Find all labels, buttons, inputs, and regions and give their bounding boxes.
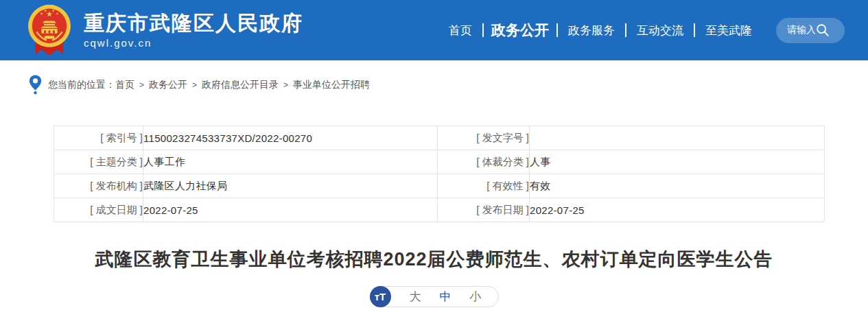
meta-label-publish-date: [ 发布日期 ] (438, 198, 530, 222)
meta-label-index-no: [ 索引号 ] (54, 126, 143, 150)
nav-separator (625, 23, 626, 37)
nav-item-beautiful-wulong[interactable]: 至美武隆 (695, 23, 762, 38)
meta-label-doc-no: [ 发文字号 ] (438, 126, 530, 150)
breadcrumb-item-home[interactable]: 首页 (115, 79, 134, 91)
meta-value-written-date: 2022-07-25 (143, 198, 438, 222)
location-pin-icon (29, 75, 42, 95)
search-placeholder: 请输入 (787, 24, 815, 36)
site-title: 重庆市武隆区人民政府 (84, 12, 303, 36)
nav-item-interaction[interactable]: 互动交流 (626, 23, 694, 38)
meta-value-genre-category: 人事 (530, 150, 825, 174)
meta-label-genre-category: [ 体裁分类 ] (438, 150, 530, 174)
nav-item-home[interactable]: 首页 (438, 23, 482, 38)
breadcrumb-separator: > (283, 80, 288, 90)
site-domain: cqwl.gov.cn (84, 37, 303, 49)
breadcrumb-item-gov-info[interactable]: 政务公开 (149, 79, 187, 91)
breadcrumb-separator: > (139, 80, 144, 90)
nav-separator (694, 23, 695, 37)
nav-item-gov-info[interactable]: 政务公开 (484, 21, 556, 40)
table-row: [ 发布机构 ] 武隆区人力社保局 [ 有效性 ] 有效 (54, 174, 825, 198)
site-header: 重庆市武隆区人民政府 cqwl.gov.cn 首页 政务公开 政务服务 互动交流… (0, 0, 868, 60)
document-meta-table: [ 索引号 ] 1150023274533737XD/2022-00270 [ … (54, 126, 825, 222)
meta-label-validity: [ 有效性 ] (438, 174, 530, 198)
nav-item-gov-services[interactable]: 政务服务 (558, 23, 625, 38)
breadcrumb-item-info-catalog[interactable]: 政府信息公开目录 (202, 79, 279, 91)
table-row: [ 索引号 ] 1150023274533737XD/2022-00270 [ … (54, 126, 825, 150)
nav-separator (482, 23, 484, 37)
meta-value-publish-date: 2022-07-25 (530, 198, 825, 222)
site-logo[interactable]: 重庆市武隆区人民政府 cqwl.gov.cn (25, 1, 303, 59)
breadcrumb: 您当前的位置： 首页 > 政务公开 > 政府信息公开目录 > 事业单位公开招聘 (29, 75, 868, 95)
meta-value-issuing-agency: 武隆区人力社保局 (143, 174, 438, 198)
meta-value-validity: 有效 (530, 174, 825, 198)
meta-value-index-no: 1150023274533737XD/2022-00270 (143, 126, 438, 150)
breadcrumb-separator: > (192, 80, 197, 90)
meta-label-written-date: [ 成文日期 ] (54, 198, 143, 222)
main-nav: 首页 政务公开 政务服务 互动交流 至美武隆 (438, 21, 762, 40)
meta-value-topic-category: 人事工作 (143, 150, 438, 174)
article-title: 武隆区教育卫生事业单位考核招聘2022届公费师范生、农村订单定向医学生公告 (34, 248, 834, 272)
breadcrumb-item-recruitment[interactable]: 事业单位公开招聘 (293, 79, 370, 91)
font-size-option-medium[interactable]: 中 (440, 289, 451, 305)
search-icon[interactable] (815, 23, 830, 38)
national-emblem-icon (25, 3, 74, 59)
table-row: [ 成文日期 ] 2022-07-25 [ 发布日期 ] 2022-07-25 (54, 198, 825, 222)
font-size-widget: тT 大 中 小 (370, 286, 499, 307)
nav-separator (556, 23, 558, 37)
font-size-option-small[interactable]: 小 (470, 289, 482, 305)
table-row: [ 主题分类 ] 人事工作 [ 体裁分类 ] 人事 (54, 150, 825, 174)
font-size-icon: тT (370, 286, 391, 307)
meta-value-doc-no (530, 126, 825, 150)
search-input[interactable]: 请输入 (776, 18, 845, 43)
meta-label-issuing-agency: [ 发布机构 ] (54, 174, 143, 198)
meta-label-topic-category: [ 主题分类 ] (54, 150, 143, 174)
font-size-option-large[interactable]: 大 (410, 289, 421, 305)
breadcrumb-prefix: 您当前的位置： (48, 79, 115, 91)
